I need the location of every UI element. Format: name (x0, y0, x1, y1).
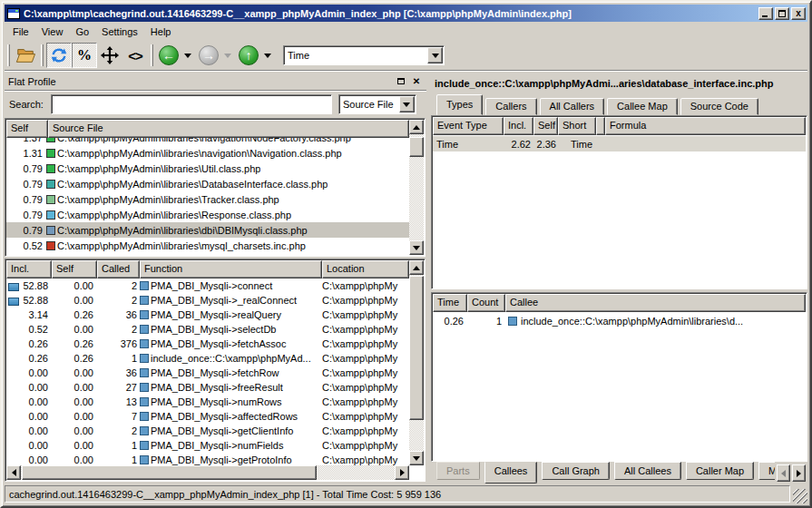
tab-scroll-right-button[interactable] (792, 464, 806, 482)
up-button[interactable]: ↑ (236, 43, 261, 68)
back-button[interactable]: ← (156, 43, 181, 68)
function-row[interactable]: 0.00 0.00 36 PMA_DBI_Mysqli->fetchRow C:… (6, 366, 409, 380)
file-row[interactable]: 0.79 C:\xampp\phpMyAdmin\libraries\Datab… (6, 176, 409, 191)
file-row[interactable]: 0.79 C:\xampp\phpMyAdmin\libraries\Respo… (6, 207, 409, 222)
function-row[interactable]: 0.52 0.00 2 PMA_DBI_Mysqli->selectDb C:\… (6, 322, 409, 337)
detail-tab[interactable]: Source Code (680, 98, 758, 115)
event-type-row[interactable]: Time 2.62 2.36 Time (433, 136, 806, 151)
callee-row[interactable]: 0.26 1 include_once::C:\xampp\phpMyAdmin… (433, 313, 806, 328)
menu-item[interactable]: View (35, 24, 70, 40)
pan-button[interactable] (97, 43, 122, 68)
function-table-hscrollbar[interactable] (6, 465, 409, 480)
file-row[interactable]: 0.79 C:\xampp\phpMyAdmin\libraries\Track… (6, 191, 409, 207)
scroll-down-button[interactable] (409, 240, 424, 255)
detail-tab[interactable]: Types (436, 94, 483, 115)
file-row[interactable]: 0.79 C:\xampp\phpMyAdmin\libraries\Util.… (6, 161, 409, 176)
refresh-button[interactable] (46, 43, 72, 68)
function-row[interactable]: 52.88 0.00 2 PMA_DBI_Mysqli->connect C:\… (6, 278, 409, 293)
column-header-location[interactable]: Location (322, 260, 409, 278)
column-header-incl[interactable]: Incl. (6, 260, 52, 278)
column-header-time[interactable]: Time (433, 294, 467, 312)
column-header-incl[interactable]: Incl. (504, 117, 533, 135)
scroll-right-button[interactable] (395, 465, 409, 480)
menu-item[interactable]: File (6, 24, 35, 40)
function-row[interactable]: 0.26 0.26 1 include_once::C:\xampp\phpMy… (6, 351, 409, 366)
column-header-function[interactable]: Function (140, 260, 322, 278)
scroll-left-button[interactable] (6, 465, 21, 480)
up-dropdown[interactable] (264, 54, 271, 58)
toolbar-handle[interactable] (7, 44, 10, 66)
column-header-spacer[interactable] (596, 117, 605, 135)
self-cost: 2.36 (533, 139, 558, 150)
file-row[interactable]: 0.52 C:\xampp\phpMyAdmin\libraries\user_… (6, 253, 409, 255)
minimize-button[interactable] (758, 7, 773, 20)
cycle-groups-button[interactable]: <> (122, 43, 148, 68)
percent-toggle-button[interactable]: % (72, 43, 97, 68)
function-row[interactable]: 0.00 0.00 7 PMA_DBI_Mysqli->affectedRows… (6, 409, 409, 424)
scroll-thumb[interactable] (22, 465, 317, 480)
dock-close-button[interactable]: ✕ (410, 75, 423, 88)
column-header-callee[interactable]: Callee (505, 294, 806, 312)
scroll-thumb[interactable] (409, 276, 424, 420)
file-list-vscrollbar[interactable] (409, 120, 424, 255)
column-header-source-file[interactable]: Source File (48, 120, 409, 138)
column-header-short[interactable]: Short (558, 117, 596, 135)
dock-float-button[interactable] (395, 75, 407, 88)
tab-scroll-left-button[interactable] (777, 464, 790, 482)
search-input[interactable] (51, 94, 332, 114)
scroll-up-button[interactable] (409, 260, 424, 275)
search-row: Search: Source File (5, 93, 426, 116)
event-type-select[interactable]: Time (283, 45, 445, 65)
function-row[interactable]: 52.88 0.00 2 PMA_DBI_Mysqli->_realConnec… (6, 293, 409, 308)
column-header-self[interactable]: Self (533, 117, 558, 135)
function-row[interactable]: 3.14 0.26 36 PMA_DBI_Mysqli->realQuery C… (6, 308, 409, 322)
toolbar-handle[interactable] (41, 44, 44, 66)
detail-bottom-tab[interactable]: Machine (758, 462, 775, 480)
maximize-button[interactable] (775, 7, 789, 20)
function-table-vscrollbar[interactable] (409, 260, 424, 465)
location: C:\xampp\phpMy (322, 324, 409, 335)
detail-bottom-tab[interactable]: Call Graph (542, 462, 610, 480)
scroll-thumb[interactable] (409, 137, 424, 157)
toolbar-handle[interactable] (151, 44, 153, 66)
resize-grip[interactable] (793, 489, 807, 503)
group-by-select[interactable]: Source File (338, 94, 416, 114)
forward-button[interactable]: → (196, 43, 221, 68)
column-header-count[interactable]: Count (467, 294, 505, 312)
column-header-event-type[interactable]: Event Type (433, 117, 504, 135)
detail-bottom-tab[interactable]: Caller Map (686, 462, 754, 480)
menu-item[interactable]: Help (144, 24, 178, 40)
close-button[interactable]: x (791, 7, 806, 20)
self-cost: 0.79 (6, 179, 46, 190)
group-by-dropdown-button[interactable] (399, 96, 415, 112)
scroll-down-button[interactable] (409, 451, 424, 465)
open-file-button[interactable] (13, 43, 38, 68)
detail-bottom-tab[interactable]: All Callees (614, 462, 681, 480)
event-type-dropdown-button[interactable] (427, 47, 443, 64)
column-header-called[interactable]: Called (97, 260, 140, 278)
detail-tab[interactable]: Callee Map (607, 98, 678, 115)
column-header-self[interactable]: Self (6, 120, 48, 138)
file-row[interactable]: 0.52 C:\xampp\phpMyAdmin\libraries\mysql… (6, 238, 409, 253)
file-row[interactable]: 1.31 C:\xampp\phpMyAdmin\libraries\navig… (6, 145, 409, 161)
detail-tab[interactable]: Callers (485, 98, 536, 115)
function-row[interactable]: 0.00 0.00 1 PMA_DBI_Mysqli->numFields C:… (6, 438, 409, 453)
function-row[interactable]: 0.00 0.00 13 PMA_DBI_Mysqli->numRows C:\… (6, 395, 409, 409)
detail-bottom-tab[interactable]: Parts (436, 462, 480, 480)
function-row[interactable]: 0.00 0.00 27 PMA_DBI_Mysqli->freeResult … (6, 380, 409, 395)
menu-item[interactable]: Settings (95, 24, 144, 40)
scroll-up-button[interactable] (409, 120, 424, 134)
detail-tab[interactable]: All Callers (540, 98, 605, 115)
back-dropdown[interactable] (184, 54, 191, 58)
column-header-self[interactable]: Self (52, 260, 97, 278)
function-row[interactable]: 0.26 0.26 376 PMA_DBI_Mysqli->fetchAssoc… (6, 337, 409, 351)
self-cost: 1.31 (6, 148, 46, 159)
function-row[interactable]: 0.00 0.00 2 PMA_DBI_Mysqli->getClientInf… (6, 424, 409, 438)
function-row[interactable]: 0.00 0.00 1 PMA_DBI_Mysqli->getProtoInfo… (6, 453, 409, 465)
column-header-formula[interactable]: Formula (605, 117, 806, 135)
file-row[interactable]: 0.79 C:\xampp\phpMyAdmin\libraries\dbi\D… (6, 222, 409, 238)
detail-bottom-tab[interactable]: Callees (484, 462, 538, 484)
location: C:\xampp\phpMy (322, 309, 409, 320)
menu-item[interactable]: Go (69, 24, 95, 40)
file-row[interactable]: 1.37 C:\xampp\phpMyAdmin\libraries\navig… (6, 138, 409, 145)
